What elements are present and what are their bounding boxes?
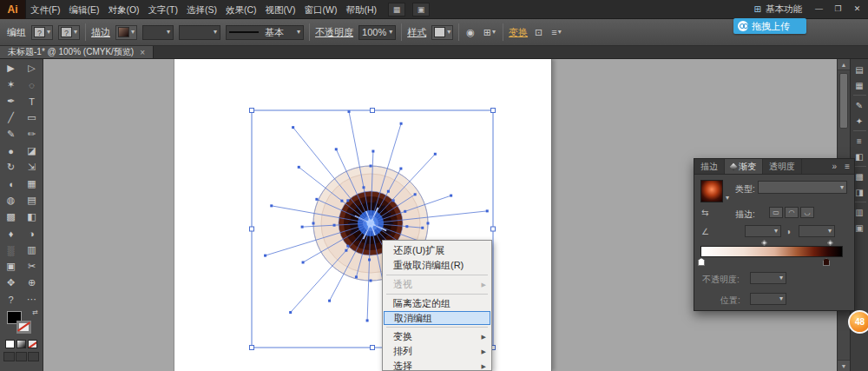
rotate-tool[interactable]: ↻ — [1, 159, 22, 176]
layout-switch-icon[interactable]: ▣ — [412, 3, 430, 17]
notification-badge[interactable]: 48 — [848, 310, 868, 334]
gradient-slider[interactable] — [700, 246, 843, 257]
context-menu-item-ungroup[interactable]: 取消编组 — [384, 311, 490, 325]
selection-tool[interactable]: ▶ — [1, 60, 22, 76]
gradient-button[interactable] — [16, 340, 26, 348]
perspective-grid-tool[interactable]: ▤ — [22, 192, 43, 209]
swatches-panel-icon[interactable]: ▦ — [852, 79, 866, 91]
graphic-style-swatch[interactable]: ▾ — [431, 25, 453, 40]
tab-transparency[interactable]: 透明度 — [763, 159, 802, 174]
color-panel-icon[interactable]: ▤ — [852, 63, 866, 76]
gradient-stop-end[interactable] — [823, 258, 830, 266]
draw-behind-button[interactable] — [16, 352, 27, 361]
panel-collapse-icon[interactable]: » — [829, 162, 841, 171]
stop-opacity-field[interactable]: ▾ — [750, 272, 786, 284]
context-menu-item-isolate-selected-group[interactable]: 隔离选定的组 — [383, 296, 491, 311]
direct-selection-tool[interactable]: ▷ — [22, 60, 43, 76]
swap-fill-stroke-icon[interactable]: ⇄ — [32, 308, 38, 316]
menu-window[interactable]: 窗口(W) — [300, 0, 342, 19]
column-graph-tool[interactable]: ▥ — [22, 242, 43, 258]
stroke-gradient-swatch[interactable]: ▾ — [115, 25, 137, 40]
tab-gradient[interactable]: 渐变 — [725, 159, 763, 174]
draw-normal-button[interactable] — [3, 352, 15, 361]
edit-toolbar-button[interactable]: ⋯ — [22, 291, 43, 308]
blend-tool[interactable]: ◑ — [22, 225, 43, 242]
hand-tool[interactable]: ✥ — [1, 275, 22, 291]
stroke-along-button[interactable]: ◠ — [785, 207, 799, 218]
none-button[interactable] — [28, 340, 37, 348]
context-menu-item-select[interactable]: 选择▶ — [383, 359, 491, 371]
brushes-panel-icon[interactable]: ✎ — [852, 99, 866, 111]
arrange-documents-icon[interactable]: ▦ — [388, 3, 405, 17]
menu-edit[interactable]: 编辑(E) — [64, 0, 103, 19]
minimize-button[interactable]: — — [811, 3, 827, 17]
variable-width-select[interactable]: ▾ — [179, 25, 220, 40]
scrollbar-thumb[interactable] — [839, 73, 848, 129]
menu-type[interactable]: 文字(T) — [144, 0, 182, 19]
stroke-across-button[interactable]: ◡ — [800, 207, 814, 218]
mesh-tool[interactable]: ▩ — [1, 209, 22, 225]
drag-upload-button[interactable]: 拖拽上传 — [733, 18, 806, 34]
type-tool[interactable]: T — [22, 93, 43, 109]
stroke-panel-icon[interactable]: ≡ — [852, 135, 866, 147]
gradient-preview-swatch[interactable] — [700, 180, 723, 202]
menu-select[interactable]: 选择(S) — [182, 0, 221, 19]
lasso-tool[interactable]: ◌ — [22, 76, 43, 93]
stroke-weight-select[interactable]: ▾ — [142, 25, 174, 40]
magic-wand-tool[interactable]: ✶ — [1, 76, 22, 93]
context-menu-item-redo-ungroup[interactable]: 重做取消编组(R) — [383, 258, 491, 273]
brush-definition-select[interactable]: 基本 ▾ — [226, 25, 304, 40]
stroke-panel-link[interactable]: 描边 — [91, 26, 110, 39]
scale-tool[interactable]: ⇲ — [22, 159, 43, 176]
help-tool[interactable]: ? — [1, 291, 22, 308]
artboard-tool[interactable]: ▣ — [1, 258, 22, 275]
color-button[interactable] — [5, 340, 15, 348]
pencil-tool[interactable]: ✏ — [22, 126, 43, 142]
gradient-type-select[interactable]: ▾ — [758, 181, 847, 194]
fill-color-well[interactable]: ? ▾ — [31, 25, 53, 40]
symbols-panel-icon[interactable]: ✦ — [852, 115, 866, 127]
menu-effect[interactable]: 效果(C) — [221, 0, 261, 19]
menu-file[interactable]: 文件(F) — [26, 0, 64, 19]
transform-link[interactable]: 变换 — [509, 26, 528, 39]
opacity-link[interactable]: 不透明度 — [315, 26, 353, 39]
menu-help[interactable]: 帮助(H) — [342, 0, 382, 19]
tab-close-icon[interactable]: × — [140, 48, 145, 57]
angle-field[interactable]: ▾ — [745, 225, 781, 237]
aspect-ratio-field[interactable]: ▾ — [799, 225, 835, 237]
gradient-tool[interactable]: ◧ — [22, 209, 43, 225]
stroke-swatch[interactable] — [16, 321, 31, 334]
reverse-gradient-icon[interactable]: ⇆ — [701, 208, 708, 217]
rectangle-tool[interactable]: ▭ — [22, 109, 43, 126]
stop-position-field[interactable]: ▾ — [750, 293, 786, 305]
blob-brush-tool[interactable]: ● — [1, 142, 22, 159]
scroll-down-icon[interactable]: ▼ — [838, 360, 850, 371]
context-menu-item-undo-expand[interactable]: 还原(U)扩展 — [383, 243, 491, 258]
close-button[interactable]: ✕ — [849, 3, 865, 17]
gradient-preset-dropdown-icon[interactable]: ▾ — [726, 194, 729, 202]
panel-menu-icon[interactable]: ≡ — [840, 162, 854, 171]
workspace-switcher[interactable]: ⊞ 基本功能 — [746, 3, 811, 16]
symbol-sprayer-tool[interactable]: ░ — [1, 242, 22, 258]
document-tab[interactable]: 未标题-1* @ 100% (CMYK/预览) × — [0, 46, 154, 58]
eraser-tool[interactable]: ◪ — [22, 142, 43, 159]
context-menu-item-transform[interactable]: 变换▶ — [383, 329, 491, 344]
context-menu-item-arrange[interactable]: 排列▶ — [383, 344, 491, 359]
width-tool[interactable]: ◖ — [1, 176, 22, 192]
opacity-select[interactable]: 100% ▾ — [358, 25, 396, 40]
draw-inside-button[interactable] — [28, 352, 39, 361]
zoom-tool[interactable]: ⊕ — [22, 275, 43, 291]
menu-object[interactable]: 对象(O) — [103, 0, 143, 19]
stroke-color-well[interactable]: ? ▾ — [58, 25, 80, 40]
restore-button[interactable]: ❐ — [830, 3, 846, 17]
pen-tool[interactable]: ✒ — [1, 93, 22, 109]
gradient-midpoint[interactable] — [827, 240, 833, 246]
scroll-up-icon[interactable]: ▲ — [838, 59, 850, 70]
gradient-stop-start[interactable] — [698, 258, 705, 266]
shape-builder-tool[interactable]: ◍ — [1, 192, 22, 209]
eyedropper-tool[interactable]: ♦ — [1, 225, 22, 242]
recolor-artwork-icon[interactable]: ◉ — [464, 27, 477, 38]
isolate-mode-icon[interactable]: ⊡ — [533, 27, 544, 38]
free-transform-tool[interactable]: ▦ — [22, 176, 43, 192]
stroke-within-button[interactable]: ▭ — [769, 207, 783, 218]
